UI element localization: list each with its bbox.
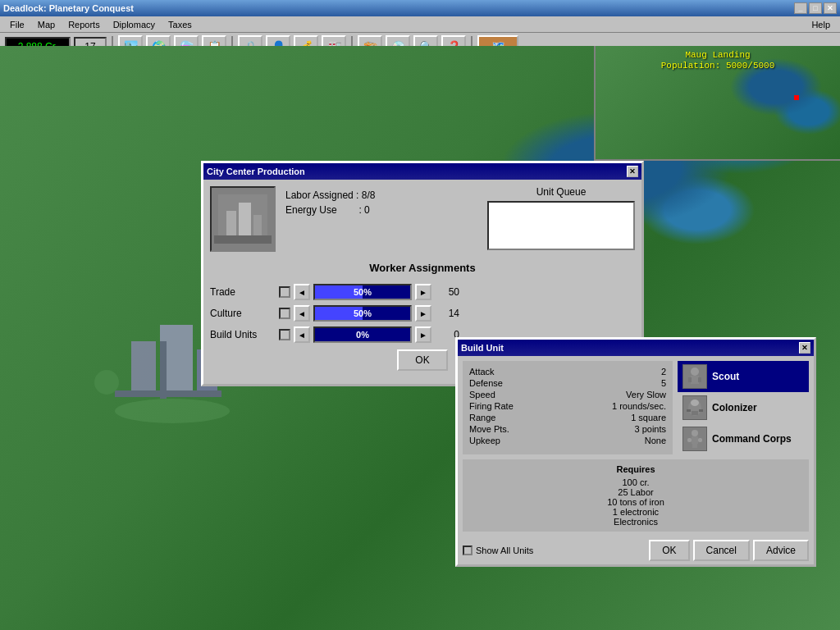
mini-map-marker-1 [794,95,799,100]
svg-rect-3 [115,390,221,397]
culture-value: 14 [435,308,459,319]
city-image-box [210,186,276,252]
svg-rect-15 [688,377,692,382]
build-advice-button[interactable]: Advice [753,540,809,561]
svg-rect-26 [692,444,695,448]
trade-increase-btn[interactable]: ► [415,284,431,300]
minimize-button[interactable]: _ [794,2,807,14]
unit-queue-box[interactable] [487,201,635,250]
svg-point-22 [692,430,698,436]
stat-defense-label: Defense [468,377,558,389]
svg-rect-16 [698,377,701,382]
menu-taxes[interactable]: Taxes [162,18,199,31]
menu-help[interactable]: Help [805,18,837,31]
stat-range-row: Range 1 square [468,412,668,423]
labor-info: Labor Assigned : 8/8 Energy Use : 0 [282,186,481,252]
energy-use-label: Energy Use [285,204,337,216]
svg-rect-14 [691,376,699,384]
build-units-percent-label: 0% [356,330,369,340]
requires-title: Requires [468,464,804,474]
culture-assignment-row: Culture ◄ 50% ► 14 [210,305,635,322]
svg-rect-11 [253,215,262,235]
build-units-checkbox[interactable] [279,329,290,340]
build-cancel-button[interactable]: Cancel [693,540,750,561]
stat-move-row: Move Pts. 3 points [468,423,668,435]
map-population-label: Population: 5000/5000 [661,61,775,71]
trade-value: 50 [435,286,459,298]
city-dialog-top-row: Labor Assigned : 8/8 Energy Use : 0 Unit… [210,186,635,252]
trade-checkbox[interactable] [279,286,290,298]
build-unit-dialog: Build Unit ✕ Attack 2 Defense 5 Speed [455,337,816,567]
build-stats-table: Attack 2 Defense 5 Speed Very Slow Firin… [468,366,668,446]
mini-map[interactable]: Maug Landing Population: 5000/5000 [594,46,840,161]
trade-decrease-btn[interactable]: ◄ [294,284,310,300]
stat-firing-row: Firing Rate 1 rounds/sec. [468,400,668,412]
show-all-label: Show All Units [476,546,533,555]
build-units-label: Build Units [210,329,276,340]
city-ok-button[interactable]: OK [397,349,447,371]
requires-electronic-count: 1 electronic [468,507,804,517]
menu-map[interactable]: Map [31,18,62,31]
stat-attack-label: Attack [468,366,558,377]
stat-range-value: 1 square [558,412,668,423]
city-dialog-close[interactable]: ✕ [627,166,638,177]
unit-item-scout[interactable]: Scout [678,361,809,392]
culture-decrease-btn[interactable]: ◄ [294,305,310,322]
svg-rect-4 [160,341,167,399]
city-dialog-title: City Center Production [207,167,305,176]
stat-firing-value: 1 rounds/sec. [558,400,668,412]
build-units-progress-bar: 0% [313,326,412,343]
scout-label: Scout [712,371,739,382]
show-all-checkbox[interactable] [463,546,472,555]
svg-rect-20 [687,409,691,412]
menu-reports[interactable]: Reports [62,18,107,31]
culture-label: Culture [210,308,276,319]
svg-point-5 [94,370,119,395]
labor-assigned-value: 8/8 [362,189,376,201]
svg-point-18 [691,399,699,406]
requires-labor: 25 Labor [468,487,804,497]
culture-percent-label: 50% [354,308,372,318]
trade-label: Trade [210,286,276,298]
build-dialog-title: Build Unit [461,343,504,353]
trade-percent-label: 50% [354,287,372,297]
title-bar: Deadlock: Planetary Conquest _ □ ✕ [0,0,840,16]
unit-item-command-corps[interactable]: Command Corps [678,423,809,454]
labor-assigned-label: Labor Assigned [285,189,354,201]
worker-assignments-title: Worker Assignments [210,258,635,277]
culture-increase-btn[interactable]: ► [415,305,431,322]
build-stats-panel: Attack 2 Defense 5 Speed Very Slow Firin… [463,361,673,454]
menu-file[interactable]: File [3,18,31,31]
build-units-increase-btn[interactable]: ► [415,326,431,343]
scout-icon [682,364,707,389]
svg-rect-27 [695,444,697,448]
window-controls[interactable]: _ □ ✕ [794,2,837,14]
requires-iron: 10 tons of iron [468,497,804,507]
stat-move-label: Move Pts. [468,423,558,435]
city-dialog-titlebar[interactable]: City Center Production ✕ [203,163,641,180]
requires-electronics: Electronics [468,517,804,527]
game-map[interactable]: Maug Landing Population: 5000/5000 City … [0,46,840,630]
colonizer-label: Colonizer [712,402,757,413]
close-button[interactable]: ✕ [824,2,837,14]
build-dialog-content: Attack 2 Defense 5 Speed Very Slow Firin… [458,356,814,459]
svg-rect-24 [687,438,692,442]
build-ok-button[interactable]: OK [649,540,689,561]
stat-attack-value: 2 [558,366,668,377]
stat-attack-row: Attack 2 [468,366,668,377]
unit-item-colonizer[interactable]: Colonizer [678,392,809,423]
map-location-label: Maug Landing [685,50,750,60]
stat-firing-label: Firing Rate [468,400,558,412]
build-dialog-close[interactable]: ✕ [799,342,810,354]
show-all-container[interactable]: Show All Units [463,546,533,555]
labor-assigned-colon: : [356,189,362,201]
stat-defense-row: Defense 5 [468,377,668,389]
menu-diplomacy[interactable]: Diplomacy [107,18,162,31]
build-dialog-titlebar[interactable]: Build Unit ✕ [458,340,814,356]
stat-defense-value: 5 [558,377,668,389]
build-units-decrease-btn[interactable]: ◄ [294,326,310,343]
culture-checkbox[interactable] [279,308,290,319]
requires-credits: 100 cr. [468,477,804,487]
stat-move-value: 3 points [558,423,668,435]
maximize-button[interactable]: □ [809,2,822,14]
